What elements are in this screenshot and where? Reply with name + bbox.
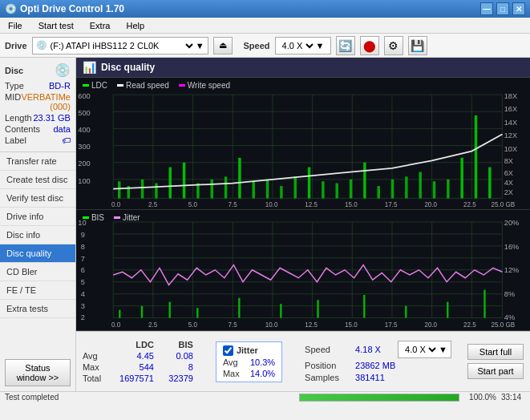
- svg-text:10.0: 10.0: [265, 201, 278, 208]
- drive-dropdown[interactable]: (F:) ATAPI iHBS112 2 CL0K: [47, 40, 196, 51]
- transfer-rate-label: Transfer rate: [6, 156, 57, 166]
- svg-rect-44: [460, 158, 463, 199]
- stats-bis-header: BIS: [157, 340, 193, 349]
- disc-contents-label: Contents: [5, 124, 40, 134]
- drive-dropdown-arrow: ▼: [196, 41, 204, 50]
- sidebar-item-cd-bler[interactable]: CD Bler: [0, 263, 75, 281]
- menu-help[interactable]: Help: [121, 19, 149, 32]
- svg-rect-101: [363, 295, 365, 318]
- svg-rect-32: [293, 176, 296, 198]
- svg-rect-27: [225, 176, 227, 198]
- settings-button[interactable]: ⚙: [384, 36, 403, 55]
- maximize-button[interactable]: □: [496, 2, 509, 15]
- samples-label: Samples: [305, 373, 349, 382]
- disc-label-label: Label: [5, 135, 26, 145]
- svg-text:100: 100: [78, 177, 90, 185]
- title-bar: 💿 Opti Drive Control 1.70 — □ ✕: [0, 0, 530, 18]
- jitter-checkbox[interactable]: [223, 345, 233, 356]
- svg-text:0.0: 0.0: [111, 321, 121, 329]
- svg-rect-97: [196, 309, 198, 318]
- svg-text:22.5: 22.5: [463, 201, 476, 208]
- svg-rect-21: [141, 180, 144, 198]
- svg-text:12.5: 12.5: [305, 201, 318, 208]
- svg-text:5.0: 5.0: [188, 321, 198, 329]
- sidebar-item-transfer-rate[interactable]: Transfer rate: [0, 152, 75, 171]
- menu-start-test[interactable]: Start test: [34, 19, 79, 32]
- close-button[interactable]: ✕: [512, 2, 525, 15]
- position-row: Position 23862 MB: [305, 361, 451, 370]
- svg-text:14X: 14X: [504, 119, 518, 127]
- stats-max-row: Max 544 8: [83, 362, 193, 372]
- stats-total-row: Total 1697571 32379: [83, 374, 193, 383]
- svg-text:20%: 20%: [504, 218, 520, 227]
- svg-text:17.5: 17.5: [385, 201, 398, 208]
- disc-section-title: Disc: [5, 66, 23, 75]
- start-part-button[interactable]: Start part: [467, 363, 524, 379]
- svg-text:12X: 12X: [504, 131, 518, 139]
- drive-info-label: Drive info: [6, 212, 43, 221]
- svg-rect-100: [317, 301, 318, 318]
- svg-rect-26: [210, 180, 212, 198]
- refresh-button[interactable]: 🔄: [336, 36, 355, 55]
- svg-text:20.0: 20.0: [424, 321, 437, 329]
- speed-stat-value: 4.18 X: [355, 345, 391, 354]
- svg-text:7.5: 7.5: [228, 201, 237, 208]
- sidebar-item-extra-tests[interactable]: Extra tests: [0, 300, 75, 318]
- disc-label-row: Label 🏷: [5, 135, 71, 145]
- svg-text:12.5: 12.5: [305, 321, 318, 329]
- svg-text:15.0: 15.0: [345, 201, 358, 208]
- svg-rect-22: [155, 184, 157, 199]
- svg-rect-23: [168, 168, 171, 199]
- disc-length-label: Length: [5, 113, 32, 123]
- sidebar-item-disc-quality[interactable]: Disc quality: [0, 244, 75, 263]
- speed-selector[interactable]: 4.0 X ▼: [275, 37, 331, 55]
- jitter-avg-value: 10.3%: [250, 357, 275, 367]
- stats-total-bis: 32379: [157, 374, 193, 383]
- burn-button[interactable]: ⬤: [360, 36, 379, 55]
- disc-contents-row: Contents data: [5, 124, 71, 134]
- svg-rect-34: [322, 181, 324, 198]
- svg-text:2: 2: [81, 313, 85, 321]
- svg-text:6X: 6X: [504, 169, 514, 177]
- stats-headers-row: LDC BIS: [83, 340, 193, 349]
- sidebar-item-drive-info[interactable]: Drive info: [0, 208, 75, 226]
- speed-position-section: Speed 4.18 X 4.0 X ▼ Position 23862 MB S…: [305, 341, 451, 382]
- jitter-legend-label: Jitter: [123, 213, 140, 222]
- stats-avg-label: Avg: [83, 351, 107, 361]
- sidebar-item-create-test-disc[interactable]: Create test disc: [0, 171, 75, 189]
- jitter-legend: Jitter: [114, 213, 140, 222]
- save-button[interactable]: 💾: [408, 36, 427, 55]
- ldc-legend: LDC: [83, 81, 107, 90]
- svg-text:8%: 8%: [504, 290, 516, 299]
- sidebar-item-disc-info[interactable]: Disc info: [0, 226, 75, 244]
- disc-mid-value: VERBATIMe (000): [21, 92, 71, 111]
- svg-rect-104: [483, 290, 485, 318]
- chart1-svg: 600 500 400 300 200 100 18X 16X 14X 12X …: [76, 78, 530, 209]
- svg-rect-94: [119, 310, 120, 318]
- sidebar-item-fe-te[interactable]: FE / TE: [0, 281, 75, 300]
- jitter-max-label: Max: [223, 369, 247, 378]
- status-window-button[interactable]: Status window >>: [5, 359, 71, 386]
- drive-bar: Drive 💿 (F:) ATAPI iHBS112 2 CL0K ▼ ⏏ Sp…: [0, 34, 530, 58]
- menu-file[interactable]: File: [3, 19, 27, 32]
- svg-rect-43: [447, 180, 449, 198]
- write-speed-legend-label: Write speed: [188, 81, 230, 90]
- speed-stat-selector[interactable]: 4.0 X ▼: [398, 341, 451, 358]
- svg-text:0.0: 0.0: [111, 201, 121, 208]
- minimize-button[interactable]: —: [480, 2, 493, 15]
- speed-label: Speed: [244, 41, 270, 50]
- speed-stat-dropdown[interactable]: 4.0 X: [402, 344, 439, 355]
- chart2-legend: BIS Jitter: [83, 213, 140, 222]
- chart2-container: BIS Jitter: [76, 210, 530, 331]
- svg-text:5: 5: [81, 278, 85, 287]
- drive-selector[interactable]: 💿 (F:) ATAPI iHBS112 2 CL0K ▼: [32, 37, 208, 55]
- start-full-button[interactable]: Start full: [467, 344, 524, 360]
- eject-button[interactable]: ⏏: [213, 37, 233, 55]
- menu-extra[interactable]: Extra: [85, 19, 115, 32]
- sidebar-item-verify-test-disc[interactable]: Verify test disc: [0, 189, 75, 208]
- speed-dropdown[interactable]: 4.0 X: [279, 40, 316, 51]
- svg-text:400: 400: [78, 126, 90, 134]
- disc-mid-row: MID VERBATIMe (000): [5, 92, 71, 111]
- jitter-section: Jitter Avg 10.3% Max 14.0%: [216, 341, 282, 382]
- stats-max-bis: 8: [157, 362, 193, 372]
